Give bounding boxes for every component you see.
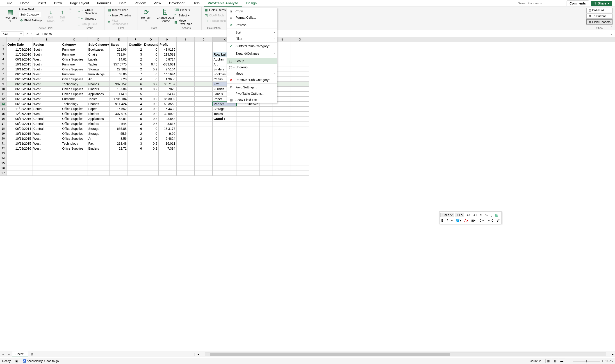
cell-A9[interactable]: 06/09/2014 <box>6 82 32 87</box>
cell-J19[interactable] <box>195 131 212 136</box>
cell-J5[interactable] <box>195 62 212 67</box>
cell-L26[interactable] <box>237 166 259 171</box>
cell-I2[interactable] <box>176 47 195 52</box>
zoom-out-button[interactable]: − <box>570 359 571 363</box>
cell-O25[interactable] <box>291 161 309 166</box>
row-header-11[interactable]: 11 <box>0 91 6 96</box>
cell-I15[interactable] <box>176 111 195 116</box>
cell-A24[interactable] <box>6 156 32 161</box>
cell-I17[interactable] <box>176 121 195 126</box>
cell-N14[interactable] <box>273 106 291 111</box>
cell-A21[interactable]: 10/11/2015 <box>6 141 32 146</box>
cell-I11[interactable] <box>176 91 195 96</box>
cell-D17[interactable]: Binders <box>87 121 110 126</box>
tab-review[interactable]: Review <box>130 0 150 7</box>
cell-K18[interactable] <box>212 126 237 131</box>
cell-B16[interactable]: Central <box>32 116 61 121</box>
cell-C25[interactable] <box>61 161 87 166</box>
cell-C19[interactable]: Office Supplies <box>61 131 87 136</box>
cell-A20[interactable]: 10/11/2015 <box>6 136 32 141</box>
cell-G11[interactable]: 0 <box>143 91 158 96</box>
cell-A15[interactable]: 12/05/2016 <box>6 111 32 116</box>
row-header-17[interactable]: 17 <box>0 121 6 126</box>
cell-G14[interactable]: 0.2 <box>143 106 158 111</box>
cell-C17[interactable]: Office Supplies <box>61 121 87 126</box>
row-header-6[interactable]: 6 <box>0 67 6 72</box>
cell-B8[interactable]: West <box>32 77 61 82</box>
group-selection-button[interactable]: →⬚Group Selection <box>76 8 103 15</box>
cell-F27[interactable] <box>128 171 143 176</box>
cell-A23[interactable] <box>6 151 32 156</box>
col-header-C[interactable]: C <box>61 37 87 42</box>
cell-C24[interactable] <box>61 156 87 161</box>
cell-G22[interactable]: 0.2 <box>143 146 158 151</box>
cell-G8[interactable]: 0 <box>143 77 158 82</box>
cell-I6[interactable] <box>176 67 195 72</box>
cell-H13[interactable]: 68.3568 <box>158 102 176 106</box>
cell-F20[interactable]: 2 <box>128 136 143 141</box>
tab-design[interactable]: Design <box>242 0 261 7</box>
cell-A6[interactable]: 10/11/2015 <box>6 67 32 72</box>
select-all-corner[interactable] <box>0 37 6 42</box>
col-header-D[interactable]: D <box>87 37 110 42</box>
cell-K22[interactable] <box>212 146 237 151</box>
cell-K20[interactable] <box>212 136 237 141</box>
cell-I13[interactable] <box>176 102 195 106</box>
cell-H21[interactable]: 16.011 <box>158 141 176 146</box>
cell-O14[interactable] <box>291 106 309 111</box>
cell-F17[interactable]: 3 <box>128 121 143 126</box>
cell-G25[interactable] <box>143 161 158 166</box>
cell-E10[interactable]: 18.504 <box>110 87 128 91</box>
cell-L25[interactable] <box>237 161 259 166</box>
cell-C10[interactable]: Office Supplies <box>61 87 87 91</box>
cell-G17[interactable]: 0.8 <box>143 121 158 126</box>
cell-H12[interactable]: 85.3092 <box>158 96 176 102</box>
cell-E24[interactable] <box>110 156 128 161</box>
cell-D4[interactable]: Labels <box>87 57 110 62</box>
font-color-icon[interactable]: A▾ <box>463 218 469 223</box>
cell-E5[interactable]: 957.5775 <box>110 62 128 67</box>
cell-N26[interactable] <box>273 166 291 171</box>
cell-H2[interactable]: 41.9136 <box>158 47 176 52</box>
cell-B24[interactable] <box>32 156 61 161</box>
cell-O23[interactable] <box>291 151 309 156</box>
cell-L23[interactable] <box>237 151 259 156</box>
cell-C20[interactable]: Office Supplies <box>61 136 87 141</box>
cell-H7[interactable]: 14.1694 <box>158 72 176 77</box>
cell-M14[interactable] <box>259 106 273 111</box>
row-header-7[interactable]: 7 <box>0 72 6 77</box>
cell-E7[interactable]: 48.86 <box>110 72 128 77</box>
cell-J16[interactable] <box>195 116 212 121</box>
cell-E25[interactable] <box>110 161 128 166</box>
cell-J11[interactable] <box>195 91 212 96</box>
row-header-16[interactable]: 16 <box>0 116 6 121</box>
cm-remove[interactable]: ✕Remove "Sub-Category" <box>227 77 277 83</box>
cell-G13[interactable]: 0.2 <box>143 102 158 106</box>
cell-F3[interactable]: 3 <box>128 52 143 57</box>
cell-E27[interactable] <box>110 171 128 176</box>
cell-G21[interactable]: 0.2 <box>143 141 158 146</box>
borders-icon[interactable]: ⊞▾ <box>470 218 476 223</box>
cell-G10[interactable]: 0.2 <box>143 87 158 91</box>
cell-E13[interactable]: 911.424 <box>110 102 128 106</box>
cell-H20[interactable]: 2.4824 <box>158 136 176 141</box>
cell-G19[interactable]: 0 <box>143 131 158 136</box>
decrease-font-icon[interactable]: A↓ <box>472 213 478 217</box>
search-menus-input[interactable]: Search the menus <box>516 1 564 6</box>
cell-A22[interactable]: 11/08/2016 <box>6 146 32 151</box>
cell-G6[interactable]: 0.2 <box>143 67 158 72</box>
cell-C16[interactable]: Office Supplies <box>61 116 87 121</box>
cell-C8[interactable]: Office Supplies <box>61 77 87 82</box>
field-list-toggle[interactable]: ▤Field List <box>587 8 613 13</box>
cell-J7[interactable] <box>195 72 212 77</box>
italic-button[interactable]: I <box>446 218 448 223</box>
cell-B13[interactable]: West <box>32 102 61 106</box>
cell-L19[interactable] <box>237 131 259 136</box>
cell-C7[interactable]: Furniture <box>61 72 87 77</box>
pm-buttons-toggle[interactable]: ⊞+/- Buttons <box>587 13 613 19</box>
cell-B4[interactable]: West <box>32 57 61 62</box>
cell-N22[interactable] <box>273 146 291 151</box>
cell-D26[interactable] <box>87 166 110 171</box>
cell-D5[interactable]: Tables <box>87 62 110 67</box>
cell-B1[interactable]: Region <box>32 42 61 47</box>
